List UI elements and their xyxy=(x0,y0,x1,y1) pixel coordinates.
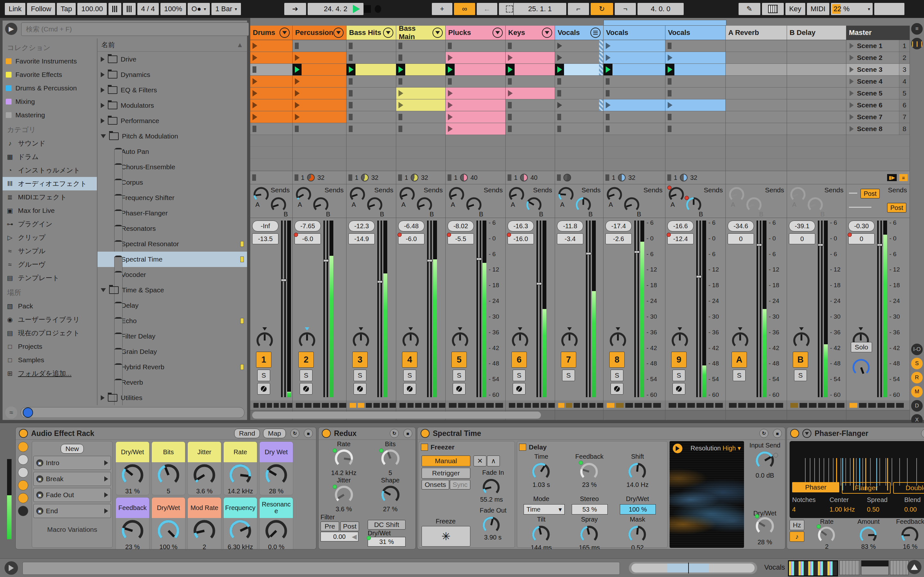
clip-stop-button[interactable] xyxy=(606,114,610,120)
fader-handle[interactable] xyxy=(818,243,823,246)
clip-slot[interactable] xyxy=(666,123,725,135)
group-menu-icon[interactable] xyxy=(590,27,601,38)
clip-play-icon[interactable] xyxy=(606,55,611,61)
track-fold-icon[interactable] xyxy=(333,27,344,38)
clip-slot[interactable] xyxy=(250,87,292,99)
macro-name[interactable]: Frequency xyxy=(224,498,257,518)
tap-tempo-button[interactable]: Tap xyxy=(57,3,76,15)
volume-field[interactable]: -5.5 xyxy=(447,234,474,244)
camera-icon[interactable]: ▣ xyxy=(36,508,43,514)
track-header[interactable]: Vocals xyxy=(555,26,603,40)
track-arm-button[interactable] xyxy=(672,383,685,395)
clip-stop-button[interactable] xyxy=(508,102,512,108)
list-item-device[interactable]: Reverb xyxy=(97,375,247,390)
clip-slot[interactable] xyxy=(787,123,846,135)
sidebar-item-place[interactable]: ▧Pack xyxy=(3,300,97,313)
scene-row[interactable]: Scene 66 xyxy=(846,99,909,111)
clip-playing-icon[interactable] xyxy=(555,64,564,75)
group-slot-play-icon[interactable] xyxy=(557,43,562,49)
clip-slot[interactable] xyxy=(726,40,787,52)
mask-knob[interactable] xyxy=(628,524,647,545)
clip-play-icon[interactable] xyxy=(508,55,513,61)
track-header[interactable]: Plucks xyxy=(446,26,505,40)
scene-row[interactable]: Scene 77 xyxy=(846,111,909,123)
clip-stop-button[interactable] xyxy=(399,114,402,120)
chevron-right-icon[interactable] xyxy=(101,118,105,123)
new-midi-track-button[interactable]: + xyxy=(431,3,453,15)
clip-play-icon[interactable] xyxy=(399,90,403,97)
pan-control[interactable] xyxy=(792,327,811,350)
list-item-device[interactable]: Corpus xyxy=(97,175,247,190)
search-input[interactable]: 検索 (Cmd + F) xyxy=(21,23,249,36)
track-solo-button[interactable]: S xyxy=(672,370,685,381)
clip-stop-button[interactable] xyxy=(668,126,672,132)
macro-name[interactable]: Dry/Wet xyxy=(116,442,149,462)
clip-slot[interactable] xyxy=(250,76,292,87)
clip-slot[interactable] xyxy=(292,40,346,52)
clip-stop-button[interactable] xyxy=(295,126,299,132)
track-activator-button[interactable]: 5 xyxy=(451,351,467,367)
freeze-onsets-button[interactable]: Onsets xyxy=(422,480,449,490)
fade-in-knob[interactable] xyxy=(482,477,501,498)
send-b-post-button[interactable]: Post xyxy=(887,203,906,213)
clip-stop-button[interactable] xyxy=(606,126,610,132)
scene-overview-button[interactable]: ≡ xyxy=(911,23,923,35)
clip-play-icon[interactable] xyxy=(668,55,672,61)
play-button[interactable] xyxy=(353,5,360,13)
rate-sync-button[interactable]: ♪ xyxy=(790,532,804,542)
clip-play-icon[interactable] xyxy=(448,90,453,97)
stop-all-clips-button[interactable]: ▮▶ xyxy=(887,174,897,181)
send-a-post-button[interactable]: Post xyxy=(861,189,880,198)
clip-slot[interactable] xyxy=(347,64,396,76)
clip-slot[interactable] xyxy=(446,123,505,135)
macro-knob[interactable] xyxy=(157,462,180,488)
clip-slot[interactable] xyxy=(555,111,603,123)
show-clip-view-button[interactable] xyxy=(907,560,921,574)
volume-field[interactable]: 0 xyxy=(848,234,875,244)
clip-slot[interactable] xyxy=(787,40,846,52)
freeze-button[interactable]: ✳ xyxy=(422,526,470,546)
sidebar-item-place[interactable]: ▤現在のプロジェクト xyxy=(3,326,97,340)
list-item-device[interactable]: Filter Delay xyxy=(97,329,247,344)
minimap-device-thumb[interactable] xyxy=(839,560,860,575)
clip-slot[interactable] xyxy=(396,76,445,87)
hot-swap-icon[interactable]: ↻ xyxy=(921,429,924,438)
clip-play-icon[interactable] xyxy=(399,102,403,108)
filter-value-field[interactable]: 0.00◀ xyxy=(320,532,359,542)
param-value[interactable]: 0.50 xyxy=(867,506,905,513)
track-header[interactable]: Percussion xyxy=(292,26,346,40)
clip-slot[interactable] xyxy=(787,64,846,76)
track-stop-button[interactable] xyxy=(294,174,298,181)
shift-knob[interactable] xyxy=(628,461,647,482)
resolution-control[interactable]: Resolution High ▾ xyxy=(690,444,741,452)
clip-play-icon[interactable] xyxy=(252,114,257,120)
punch-in-button[interactable]: ⌐ xyxy=(567,3,590,15)
pan-control[interactable] xyxy=(298,327,317,350)
clip-stop-button[interactable] xyxy=(448,78,452,85)
clip-play-icon[interactable] xyxy=(668,102,672,108)
list-item-folder[interactable]: Dynamics xyxy=(97,67,247,82)
variation-row[interactable]: ▣Fade Out xyxy=(33,488,111,502)
feedback-knob[interactable] xyxy=(580,461,599,482)
track-arm-button[interactable] xyxy=(300,383,312,395)
scene-launch-icon[interactable] xyxy=(850,43,854,49)
cpu-column-toggle[interactable]: ❙❙❙ xyxy=(911,38,923,49)
volume-fader[interactable] xyxy=(323,221,328,397)
clip-slot[interactable] xyxy=(347,123,396,135)
scene-launch-icon[interactable] xyxy=(850,126,854,132)
nudge-up-button[interactable] xyxy=(123,3,136,15)
time-signature-field[interactable]: 4 / 4 xyxy=(137,3,159,15)
list-item-folder[interactable]: Utilities xyxy=(97,390,247,405)
rate-knob[interactable] xyxy=(817,525,836,545)
list-item-folder[interactable]: Pitch & Modulation xyxy=(97,129,247,144)
clip-play-icon[interactable] xyxy=(448,114,453,120)
clip-slot[interactable] xyxy=(726,87,787,99)
scene-row[interactable]: Scene 88 xyxy=(846,123,909,135)
clip-slot[interactable] xyxy=(787,76,846,87)
groove-amount-field[interactable]: 100% xyxy=(160,3,186,15)
volume-fader[interactable] xyxy=(477,221,481,397)
clip-slot[interactable] xyxy=(396,111,445,123)
device-activator-led[interactable] xyxy=(421,429,430,438)
rate-hz-button[interactable]: Hz xyxy=(790,520,804,530)
save-preset-icon[interactable]: ■ xyxy=(773,429,782,438)
